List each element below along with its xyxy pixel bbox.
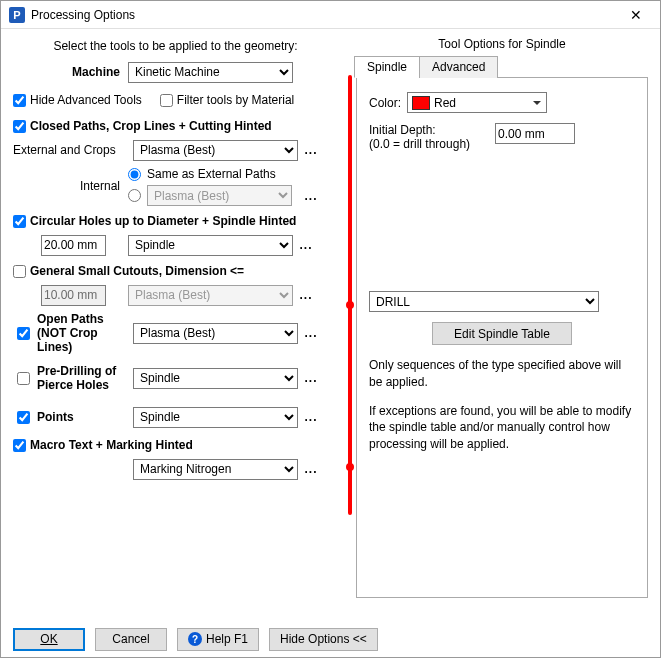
tab-advanced[interactable]: Advanced (419, 56, 498, 78)
open-paths-more-button[interactable]: ... (302, 326, 320, 340)
internal-same-label: Same as External Paths (147, 167, 276, 181)
depth-label-1: Initial Depth: (369, 123, 489, 137)
link-indicator-bar (348, 75, 352, 515)
open-paths-label: Open Paths (NOT Crop Lines) (37, 312, 133, 354)
internal-same-radio[interactable] (128, 168, 141, 181)
left-pane: Select the tools to be applied to the ge… (1, 29, 348, 621)
tab-strip: Spindle Advanced (354, 55, 648, 78)
open-paths-checkbox[interactable] (17, 327, 30, 340)
small-cutouts-tool-select[interactable]: Plasma (Best) (128, 285, 293, 306)
right-pane: Tool Options for Spindle Spindle Advance… (348, 29, 660, 621)
internal-custom-radio[interactable] (128, 189, 141, 202)
internal-tool-select[interactable]: Plasma (Best) (147, 185, 292, 206)
external-tool-select[interactable]: Plasma (Best) (133, 140, 298, 161)
predrill-label: Pre-Drilling of Pierce Holes (37, 364, 133, 392)
circular-more-button[interactable]: ... (297, 238, 315, 252)
predrill-tool-select[interactable]: Spindle (133, 368, 298, 389)
circular-holes-checkbox[interactable] (13, 215, 26, 228)
predrill-checkbox[interactable] (17, 372, 30, 385)
external-label: External and Crops (13, 143, 133, 157)
points-more-button[interactable]: ... (302, 410, 320, 424)
points-tool-select[interactable]: Spindle (133, 407, 298, 428)
filter-material-input[interactable] (160, 94, 173, 107)
internal-label: Internal (13, 167, 128, 193)
color-select[interactable]: Red (407, 92, 547, 113)
window-title: Processing Options (31, 8, 616, 22)
small-cutouts-checkbox[interactable] (13, 265, 26, 278)
titlebar: P Processing Options ✕ (1, 1, 660, 29)
filter-material-checkbox[interactable]: Filter tools by Material (160, 93, 294, 107)
color-label: Color: (369, 96, 401, 110)
sequence-note-2: If exceptions are found, you will be abl… (369, 403, 635, 453)
closed-paths-checkbox[interactable] (13, 120, 26, 133)
app-icon: P (9, 7, 25, 23)
initial-depth-input[interactable] (495, 123, 575, 144)
sequence-type-select[interactable]: DRILL (369, 291, 599, 312)
points-checkbox[interactable] (17, 411, 30, 424)
color-swatch-icon (412, 96, 430, 110)
machine-select[interactable]: Kinetic Machine (128, 62, 293, 83)
predrill-more-button[interactable]: ... (302, 371, 320, 385)
processing-options-dialog: P Processing Options ✕ Select the tools … (0, 0, 661, 658)
cancel-button[interactable]: Cancel (95, 628, 167, 651)
machine-label: Machine (13, 65, 128, 79)
sequence-note-1: Only sequences of the type specified abo… (369, 357, 635, 391)
macro-tool-select[interactable]: Marking Nitrogen (133, 459, 298, 480)
points-label: Points (37, 410, 74, 424)
edit-spindle-table-button[interactable]: Edit Spindle Table (432, 322, 572, 345)
spindle-tab-panel: Color: Red Initial Depth: (0.0 = drill t… (356, 78, 648, 598)
macro-text-label: Macro Text + Marking Hinted (30, 438, 193, 452)
circular-holes-label: Circular Holes up to Diameter + Spindle … (30, 214, 296, 228)
closed-paths-label: Closed Paths, Crop Lines + Cutting Hinte… (30, 119, 272, 133)
small-cutouts-more-button[interactable]: ... (297, 288, 315, 302)
small-cutouts-dim-input[interactable] (41, 285, 106, 306)
open-paths-tool-select[interactable]: Plasma (Best) (133, 323, 298, 344)
macro-more-button[interactable]: ... (302, 462, 320, 476)
hide-advanced-checkbox[interactable]: Hide Advanced Tools (13, 93, 142, 107)
hide-advanced-input[interactable] (13, 94, 26, 107)
tool-options-header: Tool Options for Spindle (356, 37, 648, 51)
small-cutouts-label: General Small Cutouts, Dimension <= (30, 264, 244, 278)
dialog-button-bar: OK Cancel ? Help F1 Hide Options << (1, 621, 660, 657)
circular-diameter-input[interactable] (41, 235, 106, 256)
close-button[interactable]: ✕ (616, 1, 656, 29)
depth-label-2: (0.0 = drill through) (369, 137, 489, 151)
internal-more-button[interactable]: ... (302, 189, 320, 203)
instruction-text: Select the tools to be applied to the ge… (13, 37, 338, 61)
hide-options-button[interactable]: Hide Options << (269, 628, 378, 651)
ok-button[interactable]: OK (13, 628, 85, 651)
color-name: Red (434, 96, 456, 110)
help-icon: ? (188, 632, 202, 646)
circular-tool-select[interactable]: Spindle (128, 235, 293, 256)
tab-spindle[interactable]: Spindle (354, 56, 420, 78)
help-button[interactable]: ? Help F1 (177, 628, 259, 651)
macro-text-checkbox[interactable] (13, 439, 26, 452)
external-more-button[interactable]: ... (302, 143, 320, 157)
